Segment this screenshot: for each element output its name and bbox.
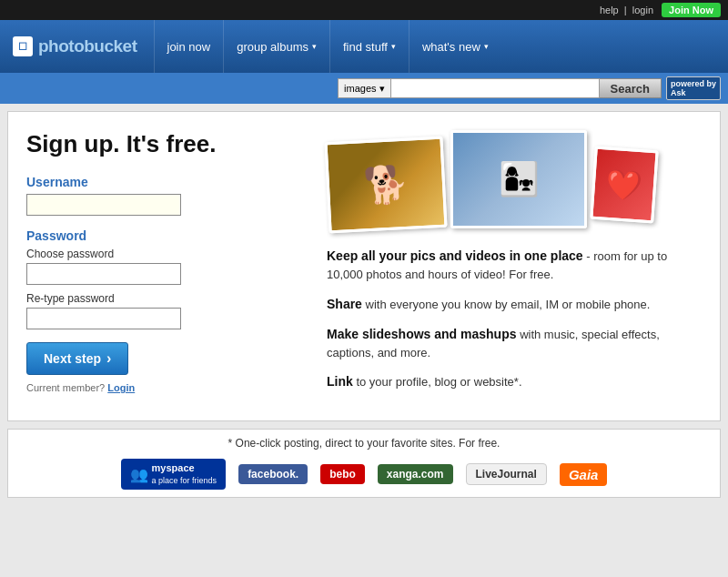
password-label: Password (26, 228, 308, 243)
search-bar: images ▾ Search powered byAsk (0, 73, 728, 104)
next-step-button[interactable]: Next step › (26, 342, 128, 375)
retype-password-input[interactable] (26, 308, 181, 329)
search-button[interactable]: Search (600, 78, 662, 98)
nav-find-stuff[interactable]: find stuff▾ (329, 20, 409, 73)
ask-logo: powered byAsk (666, 76, 721, 100)
retype-password-label: Re-type password (26, 292, 308, 305)
nav-links: join now group albums▾ find stuff▾ what'… (154, 20, 501, 73)
promo-point-1: Keep all your pics and videos in one pla… (327, 247, 702, 284)
login-link[interactable]: login (632, 5, 653, 15)
nav-group-albums[interactable]: group albums▾ (223, 20, 329, 73)
nav-join-now[interactable]: join now (154, 20, 224, 73)
login-link-form[interactable]: Login (107, 382, 135, 393)
logo-text: photobucket (38, 36, 137, 56)
password-group: Password Choose password Re-type passwor… (26, 228, 308, 329)
footer: * One-click posting, direct to your favo… (7, 429, 721, 498)
next-step-label: Next step (44, 351, 101, 366)
current-member-text: Current member? Login (26, 382, 308, 393)
photo-girls: 👩‍👧 (450, 130, 587, 228)
photo-collage: 🐕 👩‍👧 ❤️ (327, 130, 702, 230)
logo-icon: ☐ (13, 36, 33, 56)
nav-whats-new[interactable]: what's new▾ (409, 20, 501, 73)
photo-heart: ❤️ (590, 147, 658, 224)
username-input[interactable] (26, 194, 181, 216)
social-xanga[interactable]: xanga.com (378, 464, 453, 484)
promo-point-3: Make slideshows and mashups with music, … (327, 325, 702, 362)
group-albums-arrow: ▾ (312, 42, 317, 51)
search-type-selector[interactable]: images ▾ (338, 78, 390, 98)
main-content: Sign up. It's free. Username Password Ch… (7, 111, 721, 421)
next-step-arrow: › (106, 350, 111, 367)
search-input[interactable] (390, 78, 600, 98)
promo-point-2: Share with everyone you know by email, I… (327, 295, 702, 314)
social-bebo[interactable]: bebo (320, 464, 365, 484)
footnote: * One-click posting, direct to your favo… (26, 437, 702, 450)
username-label: Username (26, 175, 308, 189)
nav-bar: ☐ photobucket join now group albums▾ fin… (0, 20, 728, 73)
help-link[interactable]: help (600, 5, 619, 15)
social-gaia[interactable]: Gaia (560, 463, 608, 486)
whats-new-arrow: ▾ (484, 42, 489, 51)
social-facebook[interactable]: facebook. (238, 464, 308, 484)
choose-password-input[interactable] (26, 263, 181, 285)
promo-section: 🐕 👩‍👧 ❤️ Keep all your pics and videos i… (327, 130, 702, 402)
top-bar: help | login Join Now (0, 0, 728, 20)
photo-dog: 🐕 (324, 137, 447, 234)
username-group: Username (26, 175, 308, 216)
promo-point-4: Link to your profile, blog or website*. (327, 372, 702, 391)
find-stuff-arrow: ▾ (391, 42, 396, 51)
choose-password-label: Choose password (26, 248, 308, 260)
social-myspace[interactable]: 👥 myspacea place for friends (121, 459, 227, 490)
social-icons: 👥 myspacea place for friends facebook. b… (26, 459, 702, 490)
join-now-top-button[interactable]: Join Now (662, 3, 721, 17)
logo[interactable]: ☐ photobucket (0, 20, 150, 73)
signup-form: Sign up. It's free. Username Password Ch… (26, 130, 308, 402)
signup-heading: Sign up. It's free. (26, 130, 308, 158)
social-livejournal[interactable]: LiveJournal (466, 463, 547, 485)
